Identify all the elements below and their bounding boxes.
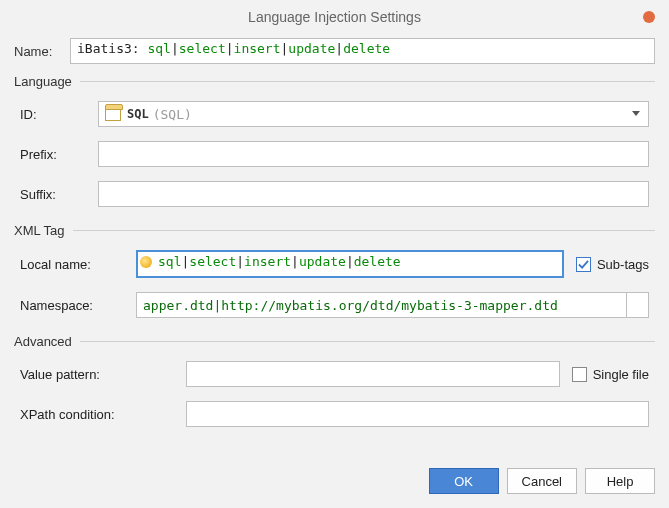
xml-legend: XML Tag: [14, 223, 73, 238]
namespace-text: apper.dtd|http://mybatis.org/dtd/mybatis…: [143, 298, 558, 313]
cancel-button[interactable]: Cancel: [507, 468, 577, 494]
ok-button[interactable]: OK: [429, 468, 499, 494]
close-icon[interactable]: [643, 11, 655, 23]
suffix-label: Suffix:: [20, 187, 98, 202]
value-pattern-label: Value pattern:: [20, 367, 186, 382]
dialog-body: Name: iBatis3: sql|select|insert|update|…: [0, 34, 669, 453]
suffix-input[interactable]: [98, 181, 649, 207]
name-input[interactable]: iBatis3: sql|select|insert|update|delete: [70, 38, 655, 64]
xpath-label: XPath condition:: [20, 407, 186, 422]
local-name-input[interactable]: sql|select|insert|update|delete: [136, 250, 564, 278]
checkbox-icon: [572, 367, 587, 382]
language-group: Language ID: SQL (SQL) Prefix: Suffix:: [14, 74, 655, 211]
advanced-legend: Advanced: [14, 334, 80, 349]
local-name-label: Local name:: [20, 257, 136, 272]
button-bar: OK Cancel Help: [429, 468, 655, 494]
id-combobox[interactable]: SQL (SQL): [98, 101, 649, 127]
xpath-input[interactable]: [186, 401, 649, 427]
single-file-checkbox[interactable]: Single file: [572, 367, 649, 382]
single-file-label: Single file: [593, 367, 649, 382]
name-label: Name:: [14, 44, 70, 59]
window-title: Language Injection Settings: [248, 9, 421, 25]
id-main-text: SQL: [127, 107, 149, 121]
prefix-label: Prefix:: [20, 147, 98, 162]
help-button[interactable]: Help: [585, 468, 655, 494]
namespace-label: Namespace:: [20, 298, 136, 313]
namespace-dropdown-button[interactable]: [627, 292, 649, 318]
checkbox-icon: [576, 257, 591, 272]
prefix-input[interactable]: [98, 141, 649, 167]
id-label: ID:: [20, 107, 98, 122]
value-pattern-input[interactable]: [186, 361, 560, 387]
language-legend: Language: [14, 74, 80, 89]
subtags-label: Sub-tags: [597, 257, 649, 272]
namespace-combobox[interactable]: apper.dtd|http://mybatis.org/dtd/mybatis…: [136, 292, 627, 318]
sql-file-icon: [105, 107, 121, 121]
id-paren-text: (SQL): [153, 107, 192, 122]
name-row: Name: iBatis3: sql|select|insert|update|…: [14, 38, 655, 64]
intention-bulb-icon[interactable]: [140, 256, 152, 268]
chevron-down-icon: [632, 111, 640, 116]
xml-tag-group: XML Tag Local name: sql|select|insert|up…: [14, 223, 655, 322]
advanced-group: Advanced Value pattern: Single file XPat…: [14, 334, 655, 431]
subtags-checkbox[interactable]: Sub-tags: [576, 257, 649, 272]
titlebar: Language Injection Settings: [0, 0, 669, 34]
